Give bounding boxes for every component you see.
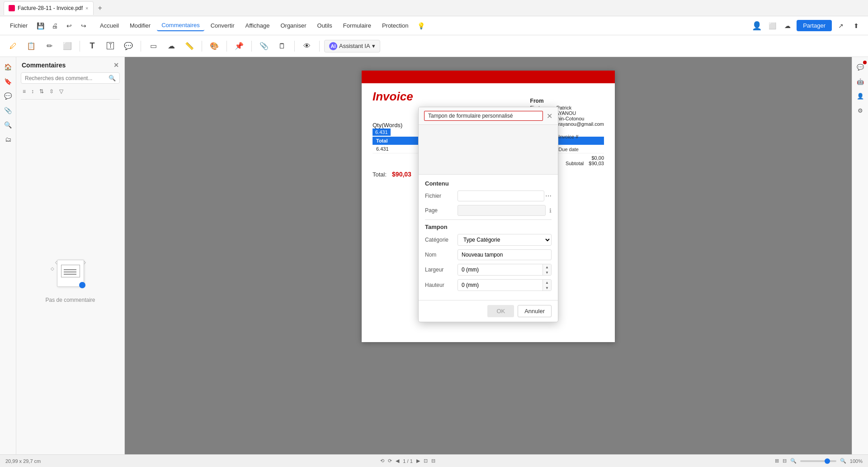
highlight-icon[interactable]: 🖊	[5, 38, 21, 54]
view2-icon[interactable]: ⊟	[783, 458, 787, 464]
callout-icon[interactable]: 💬	[121, 38, 136, 54]
redo-icon[interactable]: ↪	[77, 19, 90, 32]
zoom-out-btn[interactable]: 🔍	[790, 458, 797, 464]
dialog-page-info-icon: ℹ	[549, 207, 552, 214]
hauteur-spin-up[interactable]: ▲	[543, 280, 551, 285]
upload-icon[interactable]: ⬆	[850, 19, 863, 32]
view-icon[interactable]: ⊞	[775, 458, 779, 464]
menu-outils[interactable]: Outils	[313, 20, 337, 31]
sort-icon[interactable]: ≡	[21, 87, 28, 95]
largeur-spin-down[interactable]: ▼	[543, 270, 551, 275]
stamp-image	[57, 260, 84, 287]
text-icon[interactable]: T	[85, 38, 100, 54]
cloud-shape-icon[interactable]: ☁	[164, 38, 179, 54]
home-icon[interactable]: 🏠	[2, 61, 14, 73]
maximize-icon[interactable]: ⬜	[766, 19, 778, 32]
fit-width-icon[interactable]: ⊟	[431, 458, 435, 464]
eye-icon[interactable]: 👁	[299, 38, 315, 54]
new-tab-btn[interactable]: +	[95, 4, 105, 12]
page-prev-btn[interactable]: ◀	[396, 458, 399, 464]
dialog-cancel-btn[interactable]: Annuler	[518, 305, 552, 317]
rotate-right-icon[interactable]: ⟳	[388, 458, 392, 464]
dialog-categorie-label: Catégorie	[425, 237, 454, 243]
page-next-btn[interactable]: ▶	[416, 458, 420, 464]
menu-protection[interactable]: Protection	[377, 20, 413, 31]
right-settings-icon[interactable]: ⚙	[854, 104, 867, 117]
layers-icon[interactable]: 🗂	[2, 133, 14, 146]
dialog-row-page: Page ℹ	[425, 205, 552, 216]
tab-item[interactable]: Facture-28-11 - Invoice.pdf ×	[4, 1, 94, 15]
help-icon[interactable]: 💡	[415, 19, 427, 32]
cloud-icon[interactable]: ☁	[781, 19, 794, 32]
menu-accueil[interactable]: Accueil	[95, 20, 123, 31]
measure-icon[interactable]: 📏	[182, 38, 197, 54]
comment-icon[interactable]: 💬	[2, 90, 14, 102]
eraser-icon[interactable]: ⬜	[60, 38, 75, 54]
sep2	[141, 41, 141, 52]
dialog-fichier-browse-btn[interactable]: ⋯	[545, 192, 552, 200]
rectangle-icon[interactable]: ▭	[146, 38, 161, 54]
file-group: Fichier 💾 🖨 ↩ ↪	[5, 19, 90, 32]
sort4-icon[interactable]: ⇳	[47, 87, 56, 95]
dialog-categorie-select[interactable]: Type Catégorie	[458, 234, 552, 246]
stamp-icon[interactable]: 🗒	[274, 38, 290, 54]
sort2-icon[interactable]: ↕	[29, 87, 36, 95]
undo-icon[interactable]: ↩	[63, 19, 75, 32]
menu-convertir[interactable]: Convertir	[206, 20, 239, 31]
menu-affichage[interactable]: Affichage	[241, 20, 274, 31]
attachment2-icon[interactable]: 📎	[2, 104, 14, 117]
pdf-area[interactable]: Invoice From First name: Patrick Last na…	[125, 57, 852, 454]
search-icon[interactable]: 🔍	[2, 119, 14, 131]
draw-icon[interactable]: ✏	[42, 38, 57, 54]
textbox-icon[interactable]: 🅃	[103, 38, 118, 54]
comments-search-input[interactable]	[25, 75, 106, 81]
file-menu[interactable]: Fichier	[5, 20, 32, 31]
dialog-row-largeur: Largeur ▲ ▼	[425, 264, 552, 276]
right-chat-icon[interactable]: 💬	[854, 61, 867, 73]
sort3-icon[interactable]: ⇅	[38, 87, 46, 95]
menu-modifier[interactable]: Modifier	[125, 20, 155, 31]
dialog-hauteur-label: Hauteur	[425, 282, 454, 288]
dialog-title-input[interactable]	[424, 111, 543, 121]
right-person-icon[interactable]: 👤	[854, 90, 867, 102]
avatar-icon[interactable]: 👤	[750, 19, 763, 32]
dialog-hauteur-input[interactable]	[458, 280, 542, 290]
tab-label: Facture-28-11 - Invoice.pdf	[18, 5, 83, 11]
comments-divider	[21, 99, 120, 100]
dialog-fichier-input[interactable]	[458, 191, 544, 201]
stamp-line-2	[64, 272, 76, 272]
menu-formulaire[interactable]: Formulaire	[339, 20, 376, 31]
filter-icon[interactable]: ▽	[57, 87, 65, 95]
dialog-ok-btn[interactable]: OK	[487, 305, 514, 317]
zoom-in-btn[interactable]: 🔍	[840, 458, 846, 464]
rotate-left-icon[interactable]: ⟲	[380, 458, 384, 464]
zoom-slider[interactable]	[800, 460, 836, 462]
comments-close-btn[interactable]: ✕	[113, 62, 119, 69]
dialog-row-categorie: Catégorie Type Catégorie	[425, 234, 552, 246]
dialog-close-btn[interactable]: ✕	[547, 112, 552, 120]
bookmark-icon[interactable]: 🔖	[2, 75, 14, 88]
dialog-largeur-input[interactable]	[458, 265, 542, 275]
pin-icon[interactable]: 📌	[231, 38, 247, 54]
comments-search-bar[interactable]: 🔍	[21, 72, 120, 84]
tab-close-btn[interactable]: ×	[85, 5, 88, 11]
dialog-preview-area	[419, 125, 558, 175]
attachment-icon[interactable]: 📎	[256, 38, 272, 54]
share2-icon[interactable]: ↗	[835, 19, 847, 32]
search-icon[interactable]: 🔍	[108, 75, 116, 81]
fit-page-icon[interactable]: ⊡	[424, 458, 428, 464]
ai-assistant-btn[interactable]: AI Assistant IA ▾	[324, 40, 380, 52]
partager-btn[interactable]: Partager	[797, 20, 832, 31]
dialog-header: ✕	[419, 107, 558, 125]
menu-commentaires[interactable]: Commentaires	[157, 20, 204, 31]
largeur-spin-up[interactable]: ▲	[543, 264, 551, 270]
comments-empty-text: Pas de commentaire	[45, 297, 95, 303]
print-icon[interactable]: 🖨	[48, 19, 61, 32]
right-ai-icon[interactable]: 🤖	[854, 75, 867, 88]
menu-organiser[interactable]: Organiser	[276, 20, 311, 31]
dialog-nom-input[interactable]	[458, 249, 552, 260]
sticky-note-icon[interactable]: 📋	[24, 38, 39, 54]
save-icon[interactable]: 💾	[34, 19, 47, 32]
hauteur-spin-down[interactable]: ▼	[543, 285, 551, 291]
paint-icon[interactable]: 🎨	[207, 38, 222, 54]
